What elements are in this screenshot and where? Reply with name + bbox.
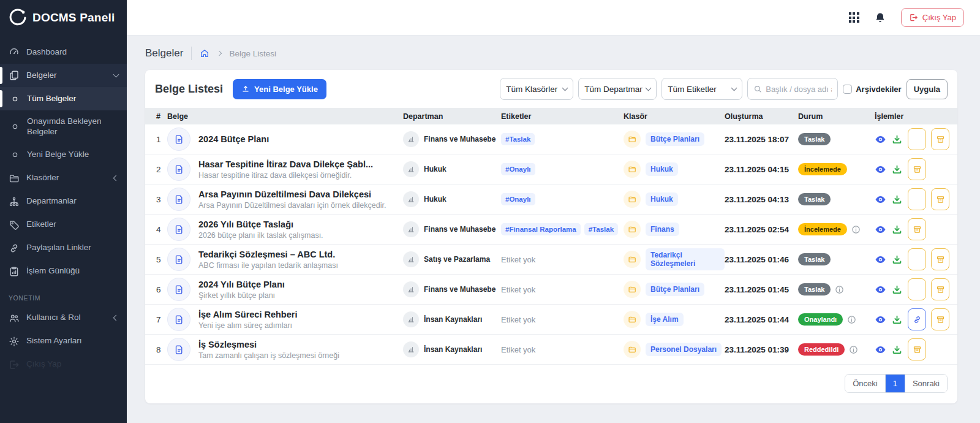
blank-action-button[interactable] — [908, 278, 926, 300]
logout-icon — [9, 359, 20, 370]
archive-button[interactable] — [931, 248, 949, 270]
upload-icon — [241, 85, 250, 93]
pagination-page-1[interactable]: 1 — [885, 375, 905, 392]
sidebar-item-label: Departmanlar — [26, 196, 118, 207]
sidebar-item-label: Kullanıcı & Rol — [26, 313, 107, 323]
tag-pill[interactable]: #Finansal Raporlama — [501, 223, 581, 235]
actions-cell — [875, 338, 951, 360]
info-icon[interactable] — [847, 315, 856, 324]
upload-document-button[interactable]: Yeni Belge Yükle — [233, 79, 326, 99]
archived-checkbox[interactable] — [843, 85, 852, 94]
sidebar-item-i-şlem-günlüğü[interactable]: İşlem Günlüğü — [0, 260, 127, 283]
view-button[interactable] — [875, 344, 886, 356]
folder-cell: Finans — [624, 221, 725, 238]
sidebar-item-departmanlar[interactable]: Departmanlar — [0, 190, 127, 213]
document-cell: İş SözleşmesiTam zamanlı çalışan iş sözl… — [167, 338, 403, 361]
archive-button[interactable] — [908, 218, 926, 240]
notifications-bell-icon[interactable] — [874, 12, 886, 24]
info-icon[interactable] — [849, 345, 858, 354]
archive-button[interactable] — [931, 278, 949, 300]
archive-button[interactable] — [908, 158, 926, 180]
download-button[interactable] — [891, 194, 903, 205]
view-button[interactable] — [875, 314, 886, 326]
document-cell: 2024 Yılı Bütçe PlanıŞirket yıllık bütçe… — [167, 278, 403, 301]
view-button[interactable] — [875, 164, 886, 175]
sidebar-item-çıkış-yap[interactable]: Çıkış Yap — [0, 353, 127, 376]
folder-name[interactable]: Hukuk — [646, 162, 678, 176]
archive-button[interactable] — [931, 188, 949, 210]
actions-cell — [875, 128, 951, 150]
sidebar-item-yeni-belge-yükle[interactable]: Yeni Belge Yükle — [0, 143, 127, 167]
view-button[interactable] — [875, 194, 886, 205]
department-name: Finans ve Muhasebe — [424, 285, 496, 294]
download-icon — [891, 134, 903, 145]
sidebar-item-onayımda-bekleyen-belgeler[interactable]: Onayımda Bekleyen Belgeler — [0, 110, 127, 143]
info-icon[interactable] — [835, 285, 844, 294]
tag-filter-select[interactable]: Tüm Etiketler — [662, 78, 742, 100]
download-button[interactable] — [891, 164, 903, 175]
folder-filter-select[interactable]: Tüm Klasörler — [500, 78, 573, 100]
folder-name[interactable]: Bütçe Planları — [646, 132, 704, 146]
eye-icon — [875, 194, 886, 205]
no-tags-label: Etiket yok — [501, 255, 535, 264]
pagination-next-button[interactable]: Sonraki — [905, 375, 947, 392]
created-date: 23.11.2025 01:44 — [725, 315, 798, 324]
view-button[interactable] — [875, 284, 886, 295]
tag-pill[interactable]: #Onaylı — [501, 193, 535, 205]
department-icon — [403, 341, 419, 357]
archive-button[interactable] — [908, 338, 926, 360]
sidebar-item-klasörler[interactable]: Klasörler — [0, 167, 127, 190]
row-number: 7 — [151, 315, 167, 324]
folder-name[interactable]: Bütçe Planları — [646, 283, 704, 296]
folder-name[interactable]: Tedarikçi Sözleşmeleri — [646, 248, 725, 270]
document-title: Arsa Payının Düzeltilmesi Dava Dilekçesi — [198, 189, 386, 199]
download-button[interactable] — [891, 284, 903, 295]
breadcrumb-current: Belge Listesi — [229, 49, 276, 58]
department-cell: İnsan Kaynakları — [403, 311, 501, 327]
download-button[interactable] — [891, 134, 903, 145]
department-filter-select[interactable]: Tüm Departmanları — [578, 78, 657, 100]
view-button[interactable] — [875, 254, 886, 265]
view-button[interactable] — [875, 224, 886, 235]
home-icon[interactable] — [200, 48, 209, 58]
tag-pill[interactable]: #Taslak — [584, 223, 618, 235]
search-input[interactable] — [766, 85, 832, 94]
main-area: Çıkış Yap Belgeler Belge Listesi Belge L… — [127, 0, 980, 423]
download-button[interactable] — [891, 254, 903, 265]
sidebar-item-paylaşılan-linkler[interactable]: Paylaşılan Linkler — [0, 237, 127, 260]
download-button[interactable] — [891, 224, 903, 235]
blank-action-button[interactable] — [908, 248, 926, 270]
archive-button[interactable] — [931, 128, 949, 150]
tag-pill[interactable]: #Taslak — [501, 133, 535, 145]
tag-pill[interactable]: #Onaylı — [501, 163, 535, 175]
breadcrumb: Belgeler Belge Listesi — [127, 36, 980, 70]
pagination-prev-button[interactable]: Önceki — [845, 375, 884, 392]
sidebar-item-label: Etiketler — [26, 219, 118, 230]
document-subtitle: Hasar tespitine itiraz dava dilekçesi ör… — [198, 171, 373, 180]
chevron-right-icon — [217, 51, 222, 56]
archive-button[interactable] — [931, 308, 949, 330]
blank-action-button[interactable] — [908, 188, 926, 210]
folder-name[interactable]: Hukuk — [646, 192, 678, 206]
apps-grid-icon[interactable] — [849, 12, 859, 23]
sidebar-item-sistem-ayarları[interactable]: Sistem Ayarları — [0, 330, 127, 353]
folder-name[interactable]: Finans — [646, 223, 679, 236]
folder-name[interactable]: Personel Dosyaları — [646, 343, 722, 356]
download-button[interactable] — [891, 314, 903, 326]
download-button[interactable] — [891, 344, 903, 356]
blank-action-button[interactable] — [908, 128, 926, 150]
sidebar-item-tüm-belgeler[interactable]: Tüm Belgeler — [0, 87, 127, 110]
sidebar-item-belgeler[interactable]: Belgeler — [0, 64, 127, 87]
sidebar-item-etiketler[interactable]: Etiketler — [0, 213, 127, 237]
info-icon[interactable] — [851, 225, 861, 234]
folder-name[interactable]: İşe Alım — [646, 313, 684, 326]
share-link-button[interactable] — [908, 308, 926, 330]
table-row: 8İş SözleşmesiTam zamanlı çalışan iş söz… — [145, 335, 957, 365]
row-number: 5 — [151, 255, 167, 264]
sidebar-item-kullanıcı-rol[interactable]: Kullanıcı & Rol — [0, 307, 127, 330]
logout-button[interactable]: Çıkış Yap — [901, 8, 964, 27]
apply-filters-button[interactable]: Uygula — [907, 79, 948, 99]
sidebar-item-dashboard[interactable]: Dashboard — [0, 40, 127, 64]
created-date: 23.11.2025 04:13 — [725, 195, 798, 204]
view-button[interactable] — [875, 134, 886, 145]
